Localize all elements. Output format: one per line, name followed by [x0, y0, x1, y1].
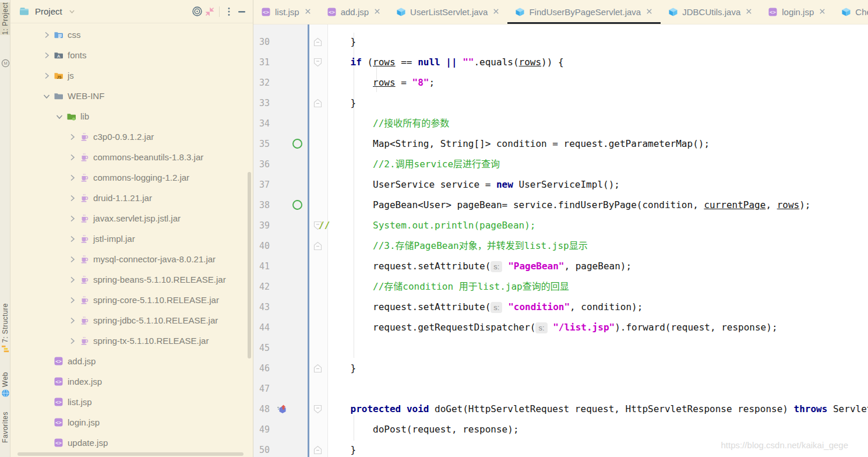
- code-line-text[interactable]: //2.调用service层进行查询: [328, 154, 500, 174]
- overrides-method-icon[interactable]: [277, 404, 287, 414]
- close-icon[interactable]: [745, 8, 753, 16]
- tree-vertical-scrollbar[interactable]: [248, 172, 251, 358]
- chevron-right-icon[interactable]: [68, 336, 77, 346]
- code-line-text[interactable]: System.out.println(pageBean);: [328, 215, 535, 235]
- more-options-icon[interactable]: [223, 5, 235, 18]
- chevron-down-icon[interactable]: [42, 92, 51, 101]
- code-line-text[interactable]: }: [328, 93, 356, 113]
- chevron-down-icon[interactable]: [66, 5, 79, 18]
- fold-region-end-icon[interactable]: [308, 37, 328, 47]
- chevron-right-icon[interactable]: [68, 296, 77, 305]
- tree-item-lib[interactable]: lib: [10, 106, 253, 126]
- web-icon: [1, 389, 10, 398]
- editor-tab-bar: <>list.jsp<>add.jspUserListServlet.javaF…: [253, 0, 868, 24]
- coverage-circle-icon[interactable]: [292, 200, 302, 210]
- hide-panel-icon[interactable]: [235, 5, 248, 18]
- fold-region-end-icon[interactable]: [308, 99, 328, 108]
- tree-item-commons-beanutils-1-8-3-jar[interactable]: commons-beanutils-1.8.3.jar: [10, 147, 253, 167]
- code-row: 42 //存储condition 用于list.jap查询的回显: [253, 276, 868, 297]
- tree-item-index-jsp[interactable]: <>index.jsp: [10, 371, 253, 392]
- tab-label: add.jsp: [341, 7, 369, 17]
- code-line-text[interactable]: request.setAttribute(s: "PageBean", page…: [328, 256, 631, 276]
- code-line-text[interactable]: }: [328, 440, 356, 457]
- code-line-text[interactable]: request.setAttribute(s: "condition", con…: [328, 297, 643, 317]
- chevron-right-icon[interactable]: [42, 51, 51, 60]
- fold-region-start-icon[interactable]: [308, 405, 328, 414]
- tab-userlistservlet-java[interactable]: UserListServlet.java: [389, 0, 507, 24]
- code-line-text[interactable]: PageBean<User> pageBean= service.findUse…: [328, 195, 810, 215]
- project-panel: Project cssAfontsJSjsWEB-INFlibc3p0-0.9.…: [10, 0, 253, 457]
- code-line-text[interactable]: //存储condition 用于list.jap查询的回显: [328, 276, 569, 297]
- tab-finduserbypageservlet-java[interactable]: FindUserByPageServlet.java: [507, 0, 661, 24]
- tab-list-jsp[interactable]: <>list.jsp: [253, 0, 319, 24]
- tree-item-css[interactable]: css: [10, 24, 253, 45]
- tree-horizontal-scrollbar[interactable]: [17, 452, 244, 456]
- code-line-text[interactable]: //3.存储PageBean对象，并转发到list.jsp显示: [328, 235, 588, 256]
- tab-jdbcutils-java[interactable]: JDBCUtils.java: [661, 0, 760, 24]
- chevron-right-icon[interactable]: [68, 194, 77, 203]
- code-line-text[interactable]: doPost(request, response);: [328, 419, 519, 440]
- stripe-button-label: 7: Structure: [1, 303, 9, 343]
- close-icon[interactable]: [645, 8, 653, 16]
- tab-check[interactable]: Check: [834, 0, 868, 24]
- chevron-right-icon[interactable]: [42, 30, 51, 40]
- chevron-right-icon[interactable]: [68, 316, 77, 325]
- code-line-text[interactable]: rows = "8";: [328, 72, 435, 93]
- code-row: 39// System.out.println(pageBean);: [253, 215, 868, 235]
- stripe-button-maven[interactable]: M: [0, 57, 10, 68]
- editor-body[interactable]: 30 }31 if (rows == null || "".equals(row…: [253, 24, 868, 457]
- tree-item-js[interactable]: JSjs: [10, 65, 253, 86]
- tree-item-spring-beans-5-1-10-release-jar[interactable]: spring-beans-5.1.10.RELEASE.jar: [10, 269, 253, 290]
- chevron-right-icon[interactable]: [42, 71, 51, 80]
- tree-item-list-jsp[interactable]: <>list.jsp: [10, 392, 253, 412]
- tree-item-c3p0-0-9-1-2-jar[interactable]: c3p0-0.9.1.2.jar: [10, 126, 253, 147]
- close-icon[interactable]: [304, 8, 312, 16]
- tree-item-spring-jdbc-5-1-10-release-jar[interactable]: spring-jdbc-5.1.10.RELEASE.jar: [10, 310, 253, 331]
- code-line-text[interactable]: if (rows == null || "".equals(rows)) {: [328, 52, 564, 72]
- tree-item-web-inf[interactable]: WEB-INF: [10, 86, 253, 106]
- chevron-down-icon[interactable]: [55, 112, 64, 121]
- tree-item-javax-servlet-jsp-jstl-jar[interactable]: javax.servlet.jsp.jstl.jar: [10, 208, 253, 228]
- chevron-right-icon[interactable]: [68, 214, 77, 223]
- code-line-text[interactable]: }: [328, 31, 356, 52]
- tab-add-jsp[interactable]: <>add.jsp: [319, 0, 389, 24]
- tree-item-mysql-connector-java-8-0-21-jar[interactable]: mysql-connector-java-8.0.21.jar: [10, 249, 253, 269]
- collapse-all-icon[interactable]: [203, 5, 216, 18]
- chevron-right-icon[interactable]: [68, 234, 77, 244]
- tree-item-add-jsp[interactable]: <>add.jsp: [10, 351, 253, 371]
- fold-region-end-icon[interactable]: [308, 241, 328, 251]
- tab-login-jsp[interactable]: <>login.jsp: [760, 0, 834, 24]
- stripe-button-web[interactable]: Web: [0, 372, 10, 398]
- locate-file-icon[interactable]: [190, 5, 203, 18]
- close-icon[interactable]: [492, 8, 500, 16]
- coverage-circle-icon[interactable]: [292, 139, 302, 149]
- tree-item-jstl-impl-jar[interactable]: jstl-impl.jar: [10, 228, 253, 249]
- fold-region-end-icon[interactable]: [308, 364, 328, 373]
- tree-item-commons-logging-1-2-jar[interactable]: commons-logging-1.2.jar: [10, 167, 253, 188]
- chevron-right-icon[interactable]: [68, 173, 77, 182]
- tree-item-update-jsp[interactable]: <>update.jsp: [10, 433, 253, 453]
- tree-item-druid-1-1-21-jar[interactable]: druid-1.1.21.jar: [10, 188, 253, 208]
- tree-item-spring-core-5-1-10-release-jar[interactable]: spring-core-5.1.10.RELEASE.jar: [10, 290, 253, 310]
- code-line-text[interactable]: }: [328, 358, 356, 378]
- code-line-text[interactable]: Map<String, String[]> condition = reques…: [328, 133, 710, 154]
- stripe-button-7-structure[interactable]: 7: Structure: [0, 303, 10, 353]
- code-line-text[interactable]: //接收所有的参数: [328, 113, 449, 133]
- chevron-right-icon[interactable]: [68, 275, 77, 284]
- chevron-right-icon[interactable]: [68, 153, 77, 162]
- line-number: 46: [253, 363, 308, 374]
- code-line-text[interactable]: UserService service = new UserServiceImp…: [328, 174, 620, 195]
- stripe-button-1-project[interactable]: 1: Project: [0, 2, 10, 35]
- fold-region-end-icon[interactable]: [308, 445, 328, 455]
- stripe-button-favorites[interactable]: Favorites: [0, 412, 10, 443]
- chevron-right-icon[interactable]: [68, 132, 77, 142]
- tree-item-login-jsp[interactable]: <>login.jsp: [10, 412, 253, 433]
- tree-item-fonts[interactable]: Afonts: [10, 45, 253, 65]
- tree-item-spring-tx-5-1-10-release-jar[interactable]: spring-tx-5.1.10.RELEASE.jar: [10, 331, 253, 351]
- fold-region-start-icon[interactable]: [308, 58, 328, 67]
- close-icon[interactable]: [818, 8, 826, 16]
- close-icon[interactable]: [373, 8, 381, 16]
- code-line-text[interactable]: protected void doGet(HttpServletRequest …: [328, 399, 868, 419]
- code-line-text[interactable]: request.getRequestDispatcher(s: "/list.j…: [328, 317, 778, 338]
- chevron-right-icon[interactable]: [68, 255, 77, 264]
